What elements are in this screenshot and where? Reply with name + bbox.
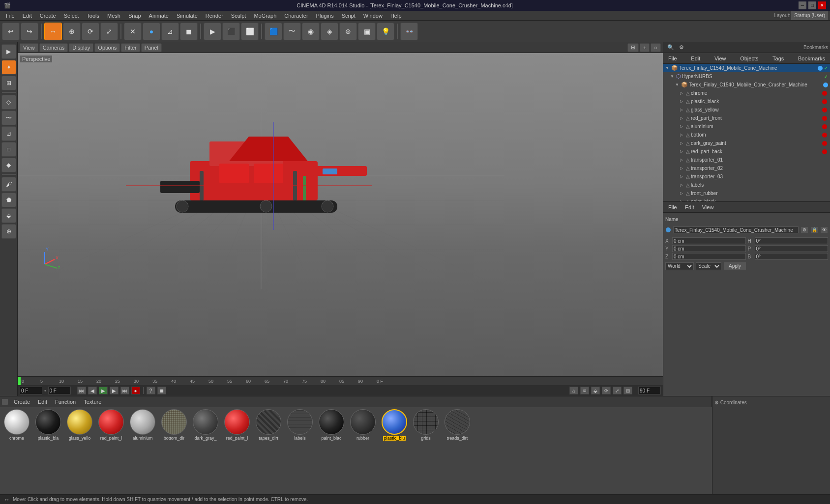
material-content[interactable]: chrome plastic_bla glass_yello red_paint… [0,407,712,494]
mat-labels[interactable]: labels [285,409,315,441]
coord-system-select[interactable]: World Object Camera [665,262,694,270]
vt-filter-button[interactable]: Filter [121,43,140,52]
tree-row-hyper[interactable]: ▼ ⬡ HyperNURBS ✓ [663,72,830,81]
tree-row-glass-yellow[interactable]: ▷△glass_yellow [663,106,830,114]
menu-file[interactable]: File [2,11,19,21]
layout-value[interactable]: Startup (User) [791,11,828,20]
mat-grids[interactable]: grids [411,409,441,441]
menu-mograph[interactable]: MoGraph [250,11,280,21]
step-back-button[interactable]: ◀ [88,387,97,394]
model-tool-button[interactable]: ⊕ [63,23,81,40]
coord-b-input[interactable] [755,253,829,260]
key-param-button[interactable]: ⊞ [623,387,632,394]
viewport-3d[interactable]: Y X Z Perspective [18,53,663,376]
tc-help-button[interactable]: ? [147,387,155,394]
tree-row-red-part-back[interactable]: ▷△red_part_back [663,147,830,156]
vt-options-button[interactable]: Options [94,43,120,52]
scale-tool-button[interactable]: ⤢ [100,23,118,40]
menu-simulate[interactable]: Simulate [173,11,202,21]
attr-view-btn[interactable]: View [699,203,717,212]
vt-cameras-button[interactable]: Cameras [39,43,68,52]
mode-texture[interactable]: ⬟ [1,193,16,207]
mat-rubber[interactable]: rubber [348,409,378,441]
tree-row-machine[interactable]: ▼ 📦 Terex_Finlay_C1540_Mobile_Cone_Crush… [663,81,830,89]
attr-object-row[interactable]: ⚙ 🔒 👁 [665,225,828,234]
menu-animate[interactable]: Animate [145,11,173,21]
attr-edit-btn[interactable]: Edit [682,203,697,212]
search-button[interactable]: 🔍 [665,43,676,52]
om-file-btn[interactable]: File [665,54,680,63]
vt-view-button[interactable]: View [20,43,38,52]
redo-button[interactable]: ↪ [21,23,38,40]
tc-stop-button[interactable]: ⏹ [157,387,166,394]
key-scale-button[interactable]: ⤢ [613,387,622,394]
render-all-button[interactable]: ⬜ [241,23,259,40]
undo-button[interactable]: ↩ [2,23,20,40]
light-button[interactable]: 💡 [377,23,394,40]
menu-character[interactable]: Character [280,11,312,21]
step-forward-button[interactable]: ▶ [110,387,119,394]
transform-type-select[interactable]: Scale Rotate Move [696,262,721,270]
rotate-tool-button[interactable]: ⟳ [82,23,99,40]
vt-3d-button[interactable]: + [640,43,650,52]
coord-z-input[interactable] [672,253,746,260]
mode-object[interactable]: ▶ [1,44,16,59]
mode-axis[interactable]: ⊕ [1,224,16,239]
menu-snap[interactable]: Snap [124,11,145,21]
tree-row-aluminium[interactable]: ▷△aluminium [663,122,830,131]
timeline-ruler[interactable]: 0 5 10 15 20 25 30 35 40 45 50 55 60 65 … [18,376,663,385]
tree-row-transporter-03[interactable]: ▷△transporter_03 [663,172,830,181]
tree-row-red-part-front[interactable]: ▷△red_part_front [663,114,830,122]
key-sel-button[interactable]: ⧇ [580,387,589,394]
mat-edit-btn[interactable]: Edit [35,397,50,406]
point-mode-button[interactable]: ● [143,23,160,40]
record-button[interactable]: ● [131,387,140,394]
apply-button[interactable]: Apply [723,262,746,270]
mat-plastic-blue[interactable]: plastic_blu [380,409,409,441]
mode-grid[interactable]: ⊞ [1,76,16,90]
om-objects-btn[interactable]: Objects [737,54,761,63]
mat-function-btn[interactable]: Function [52,397,79,406]
jump-start-button[interactable]: ⏮ [77,387,86,394]
tree-row-transporter-02[interactable]: ▷△transporter_02 [663,164,830,172]
menu-sculpt[interactable]: Sculpt [227,11,250,21]
current-frame-input[interactable] [20,387,42,394]
mat-treads-dirt[interactable]: treads_dirt [443,409,472,441]
attr-vis-btn[interactable]: 👁 [820,226,828,233]
tree-row-chrome[interactable]: ▷△chrome [663,89,830,97]
key-rot-button[interactable]: ⟳ [602,387,611,394]
mat-aluminium[interactable]: aluminium [128,409,157,441]
tree-row-front-rubber[interactable]: ▷△front_rubber [663,189,830,197]
key-all-button[interactable]: ⌂ [569,387,578,394]
menu-plugins[interactable]: Plugins [312,11,338,21]
attr-icon-btn[interactable]: ⚙ [800,226,808,233]
mode-point[interactable]: ◆ [1,158,16,172]
camera-button[interactable]: ▣ [358,23,376,40]
minimize-button[interactable]: ─ [799,1,806,9]
coord-p-input[interactable] [755,245,829,252]
mode-spline[interactable]: 〜 [1,111,16,125]
vt-maximize-button[interactable]: ⊞ [627,43,639,52]
jump-end-button[interactable]: ⏭ [120,387,129,394]
mat-texture-btn[interactable]: Texture [81,397,104,406]
spline-button[interactable]: 〜 [283,23,301,40]
tree-row-transporter-01[interactable]: ▷△transporter_01 [663,156,830,164]
settings-button[interactable]: ⚙ [677,43,686,52]
headphone-button[interactable]: 👓 [400,23,418,40]
menu-create[interactable]: Create [36,11,60,21]
coord-y-input[interactable] [672,245,746,252]
edge-mode-button[interactable]: ⊿ [161,23,179,40]
mode-move[interactable]: ✦ [1,60,16,75]
tree-row-plastic-black[interactable]: ▷△plastic_black [663,97,830,106]
mat-dark-gray[interactable]: dark_gray_ [191,409,220,441]
menu-help[interactable]: Help [386,11,406,21]
start-frame-input[interactable] [48,387,71,394]
object-tree[interactable]: ▼ 📦 Terex_Finlay_C1540_Mobile_Cone_Machi… [663,64,830,201]
menu-edit[interactable]: Edit [19,11,36,21]
mode-patch[interactable]: ⊿ [1,126,16,141]
om-bookmarks-btn[interactable]: Bookmarks [795,54,828,63]
play-button[interactable]: ▶ [99,387,108,394]
mat-tapes-dirt[interactable]: tapes_dirt [254,409,283,441]
mode-paint[interactable]: 🖌 [1,177,16,192]
env-button[interactable]: ⊛ [339,23,357,40]
